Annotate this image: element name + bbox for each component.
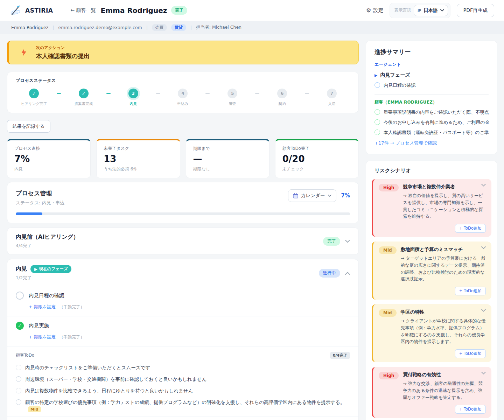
risk-card-offer-strategy: High 買付戦略の有効性 → 強力な交渉、顧客の融通性の把握、競争力のある条件… <box>372 367 491 418</box>
risk-scenarios-card: リスクシナリオ High 競争市場と複数仲介業者 → 独自の価値を提示し、質の高… <box>366 161 497 420</box>
page-title: Emma Rodriguez <box>101 6 167 15</box>
back-to-customers-link[interactable]: ← 顧客一覧 <box>70 7 96 14</box>
stat-process-progress: プロセス進捗 7% 内見 <box>7 139 91 178</box>
astiria-logo-icon <box>10 5 22 16</box>
todo-checkbox[interactable] <box>374 82 380 88</box>
stepper-connector <box>102 93 115 94</box>
add-todo-button[interactable]: + ToDo追加 <box>455 349 486 358</box>
chevron-down-icon[interactable] <box>481 246 486 249</box>
phase-viewing-card: 内見▶現在のフェーズ 1/2完了 進行中 内見日程の確認 + 期限を設定 （手動… <box>7 259 359 420</box>
set-deadline-link[interactable]: + 期限を設定 <box>29 334 56 340</box>
next-action-banner: 次のアクション 本人確認書類の提出 <box>7 41 359 64</box>
memo-section: メモ 追加 <box>7 416 358 420</box>
step-screening[interactable]: 5 審査 <box>214 89 251 106</box>
phase-pre-viewing-card: 内見前（AIヒアリング） 4/4完了 完了 <box>7 227 359 255</box>
todo-checkbox[interactable] <box>16 399 21 405</box>
stepper-connector <box>300 93 314 94</box>
customer-todo-count: 0/4完了 <box>330 352 350 359</box>
todo-checkbox[interactable] <box>374 130 380 135</box>
brand: ASTIRIA <box>10 5 53 16</box>
add-todo-button[interactable]: + ToDo追加 <box>455 287 486 295</box>
chevron-down-icon <box>328 195 331 197</box>
todo-item: 顧客の特定の学校選びの優先事項（例：学力テストの成績、提供プログラムなど）の明確… <box>16 397 350 415</box>
customer-status-badge: 完了 <box>171 6 187 15</box>
language-label: 表示言語 <box>394 7 411 13</box>
phase-title: 内見前（AIヒアリング） <box>16 233 79 241</box>
subheader-agent: 担当者: Michael Chen <box>196 24 241 30</box>
summary-agent-item: 内見日程の確認 <box>374 82 489 89</box>
record-result-button[interactable]: 結果を記録する <box>7 120 50 133</box>
task-checkbox[interactable] <box>16 292 24 300</box>
set-deadline-link[interactable]: + 期限を設定 <box>29 304 56 309</box>
top-header: ASTIRIA ← 顧客一覧 Emma Rodriguez 完了 ⚙ 設定 表示… <box>0 0 504 21</box>
step-contract[interactable]: 6 契約 <box>264 89 300 106</box>
lightning-icon <box>21 48 27 57</box>
manual-complete-note: （手動完了） <box>59 335 84 340</box>
process-status-title: プロセスステータス <box>16 78 350 84</box>
chevron-down-icon[interactable] <box>481 184 486 187</box>
risk-scenarios-title: リスクシナリオ <box>374 167 489 174</box>
language-select[interactable]: JP 日本語 <box>414 5 448 16</box>
summary-customer-item: 今後のお申し込みを有利に進めるため、ご利用の金融機関から… <box>374 119 489 126</box>
step-hearing[interactable]: ✓ ヒアリング完了 <box>16 89 52 106</box>
process-management-card: プロセス管理 ステータス: 内見・申込 カレンダー 7% <box>7 182 359 223</box>
subheader-name: Emma Rodriguez <box>11 25 48 30</box>
risk-level-badge: Mid <box>379 309 397 317</box>
process-status-card: プロセスステータス ✓ ヒアリング完了 ✓ 提案書完成 3 内見 4 申込み <box>7 72 359 113</box>
stepper-connector <box>251 93 264 94</box>
step-viewing[interactable]: 3 内見 <box>115 89 152 106</box>
todo-checkbox[interactable] <box>16 376 21 382</box>
chevron-down-icon[interactable] <box>481 309 486 312</box>
divider: | <box>146 25 148 30</box>
customer-section-label: 顧客（EMMA RODRIGUEZ） <box>374 99 489 105</box>
summary-customer-item: 本人確認書類（運転免許証・パスポート等）のご準備 <box>374 130 489 136</box>
chevron-down-icon[interactable] <box>345 240 350 243</box>
calendar-icon <box>293 193 298 198</box>
divider: | <box>52 25 54 30</box>
task-checkbox-checked[interactable]: ✓ <box>16 322 24 330</box>
step-proposal[interactable]: ✓ 提案書完成 <box>65 89 102 106</box>
todo-checkbox[interactable] <box>374 109 380 115</box>
customer-todo-section: 顧客ToDo 0/4完了 内見時のチェックリストをご準備いただくとスムーズです … <box>7 346 358 416</box>
todo-checkbox[interactable] <box>16 365 21 370</box>
pdf-regenerate-button[interactable]: PDF再生成 <box>457 4 494 17</box>
risk-card-budget-mismatch: Mid 敷地面積と予算のミスマッチ → ターゲットエリアの予算帯における一般的な… <box>372 241 491 300</box>
next-action-title: 本人確認書類の提出 <box>36 52 90 60</box>
risk-card-school-district: Mid 学区の特性 → クライアントが学校に関する具体的な優先事項（例：学力水準… <box>372 304 491 362</box>
divider <box>374 94 489 94</box>
play-icon: ▶ <box>374 73 377 78</box>
task-row: 内見日程の確認 + 期限を設定 （手動完了） <box>7 286 358 316</box>
risk-level-badge: High <box>379 184 399 191</box>
progress-summary-title: 進捗サマリー <box>374 48 489 56</box>
calendar-view-select[interactable]: カレンダー <box>288 189 336 202</box>
play-icon: ▶ <box>34 267 37 272</box>
chevron-up-icon[interactable] <box>345 272 350 275</box>
progress-bar <box>16 212 350 215</box>
todo-item: 周辺環境（スーパー・学校・交通機関）を事前に確認しておくと良いかもしれません <box>16 373 350 385</box>
language-group: 表示言語 JP 日本語 <box>390 3 450 18</box>
step-movein[interactable]: 7 入居 <box>314 89 350 106</box>
step-application[interactable]: 4 申込み <box>164 89 201 106</box>
settings-button[interactable]: ⚙ 設定 <box>366 7 383 14</box>
check-icon: ✓ <box>29 89 39 98</box>
rent-badge[interactable]: 賃貸 <box>171 24 186 31</box>
todo-checkbox[interactable] <box>16 388 21 393</box>
chevron-down-icon[interactable] <box>481 372 486 374</box>
add-todo-button[interactable]: + ToDo追加 <box>455 405 486 414</box>
add-todo-button[interactable]: + ToDo追加 <box>455 224 486 233</box>
settings-label: 設定 <box>373 7 383 14</box>
customer-todo-label: 顧客ToDo <box>16 352 34 358</box>
stat-cards: プロセス進捗 7% 内見 未完了タスク 13 うち法的必須 6件 期限まで — … <box>7 139 359 178</box>
phase-count: 1/2完了 <box>16 275 71 281</box>
stepper-connector <box>152 93 165 94</box>
calendar-button-label: カレンダー <box>301 192 325 199</box>
risk-level-badge: Mid <box>379 246 397 254</box>
stepper-connector <box>201 93 214 94</box>
stat-incomplete-tasks: 未完了タスク 13 うち法的必須 6件 <box>96 139 180 178</box>
sale-badge[interactable]: 売買 <box>152 24 167 31</box>
priority-mid-badge: Mid <box>28 406 41 412</box>
phase-status-badge: 進行中 <box>319 269 341 278</box>
more-items-link[interactable]: +17件 → プロセス管理で確認 <box>374 140 489 146</box>
process-management-status: ステータス: 内見・申込 <box>16 200 65 206</box>
todo-checkbox[interactable] <box>374 119 380 125</box>
